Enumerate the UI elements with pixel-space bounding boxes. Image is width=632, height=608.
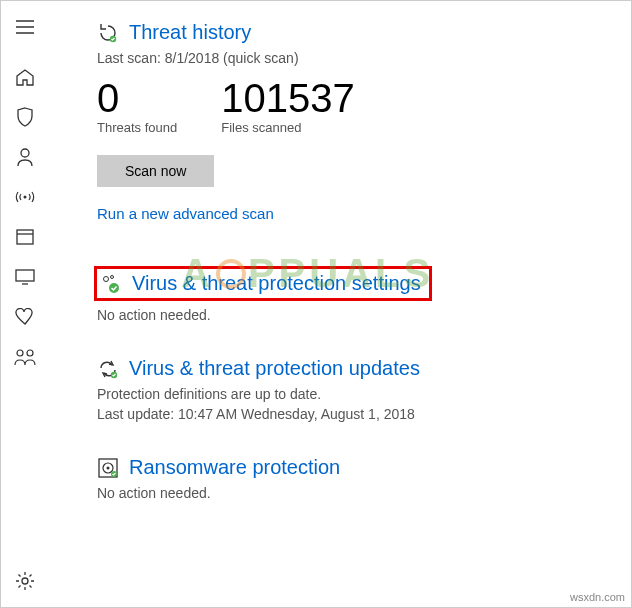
window-icon: [16, 229, 34, 245]
home-icon: [15, 68, 35, 86]
ransomware-title[interactable]: Ransomware protection: [129, 456, 340, 479]
section-protection-settings: Virus & threat protection settings No ac…: [97, 266, 591, 323]
gear-icon: [15, 571, 35, 591]
stat-files-scanned: 101537 Files scanned: [221, 78, 354, 135]
shield-icon: [16, 107, 34, 127]
sidebar-item-family[interactable]: [5, 337, 45, 377]
scan-now-button[interactable]: Scan now: [97, 155, 214, 187]
threat-history-title[interactable]: Threat history: [129, 21, 251, 44]
protection-updates-lastupdate: Last update: 10:47 AM Wednesday, August …: [97, 406, 591, 422]
protection-settings-title[interactable]: Virus & threat protection settings: [132, 272, 421, 295]
svg-point-8: [104, 276, 109, 281]
files-scanned-label: Files scanned: [221, 120, 354, 135]
sidebar-item-settings[interactable]: [5, 561, 45, 601]
svg-point-10: [109, 283, 119, 293]
highlight-box: Virus & threat protection settings: [94, 266, 432, 301]
svg-rect-2: [17, 230, 33, 244]
svg-rect-3: [16, 270, 34, 281]
protection-updates-status: Protection definitions are up to date.: [97, 386, 591, 402]
section-ransomware: Ransomware protection No action needed.: [97, 456, 591, 501]
main-content: Threat history Last scan: 8/1/2018 (quic…: [49, 1, 631, 607]
svg-point-1: [24, 196, 27, 199]
settings-shield-icon: [100, 273, 122, 295]
svg-point-5: [27, 350, 33, 356]
section-protection-updates: Virus & threat protection updates Protec…: [97, 357, 591, 422]
files-scanned-value: 101537: [221, 78, 354, 118]
credit-text: wsxdn.com: [570, 591, 625, 603]
threats-found-value: 0: [97, 78, 177, 118]
network-icon: [15, 189, 35, 205]
svg-point-0: [21, 149, 29, 157]
advanced-scan-link[interactable]: Run a new advanced scan: [97, 205, 591, 222]
stat-threats-found: 0 Threats found: [97, 78, 177, 135]
last-scan-text: Last scan: 8/1/2018 (quick scan): [97, 50, 591, 66]
person-icon: [16, 147, 34, 167]
hamburger-icon: [16, 20, 34, 34]
sidebar-item-device-performance[interactable]: [5, 257, 45, 297]
svg-point-4: [17, 350, 23, 356]
sidebar-item-app-browser[interactable]: [5, 217, 45, 257]
protection-settings-status: No action needed.: [97, 307, 591, 323]
threats-found-label: Threats found: [97, 120, 177, 135]
sidebar-item-account[interactable]: [5, 137, 45, 177]
updates-icon: [97, 358, 119, 380]
svg-point-14: [107, 466, 110, 469]
protection-updates-title[interactable]: Virus & threat protection updates: [129, 357, 420, 380]
sidebar-item-device-health[interactable]: [5, 297, 45, 337]
family-icon: [14, 348, 36, 366]
heart-icon: [15, 308, 35, 326]
sidebar: [1, 1, 49, 607]
ransomware-status: No action needed.: [97, 485, 591, 501]
sidebar-item-firewall[interactable]: [5, 177, 45, 217]
sidebar-item-menu[interactable]: [5, 7, 45, 47]
ransomware-icon: [97, 457, 119, 479]
history-icon: [97, 22, 119, 44]
monitor-icon: [15, 269, 35, 285]
sidebar-item-shield[interactable]: [5, 97, 45, 137]
svg-point-9: [111, 275, 114, 278]
section-threat-history: Threat history Last scan: 8/1/2018 (quic…: [97, 21, 591, 222]
svg-point-6: [22, 578, 28, 584]
sidebar-item-home[interactable]: [5, 57, 45, 97]
